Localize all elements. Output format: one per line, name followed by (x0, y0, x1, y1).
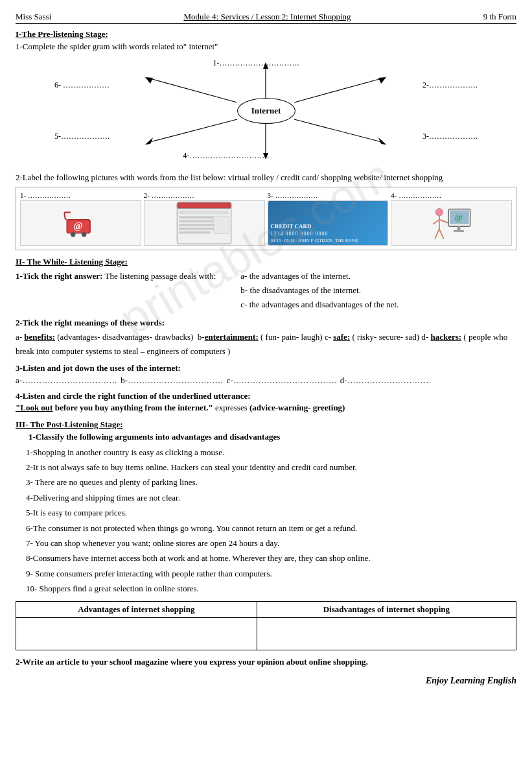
card-brand: CREDIT CARD (271, 223, 386, 230)
picture-box-2: 2- ……………… (144, 191, 265, 246)
q1-instruction: 1-Complete the spider gram with words re… (16, 41, 516, 52)
picture-box-1: 1- ……………… @ (20, 191, 141, 246)
tick-options: a- the advantages of the internet. b- th… (240, 269, 399, 312)
enjoy-footer: Enjoy Learning English (16, 676, 516, 686)
section1: I-The Pre-listening Stage: 1-Complete th… (16, 29, 516, 250)
table-header-advantages: Advantages of internet shopping (16, 602, 257, 618)
teacher-name: Miss Sassi (16, 12, 51, 22)
svg-rect-29 (453, 230, 463, 232)
q3-c: c-………………………………. (226, 375, 336, 386)
arg-2: 2-It is not always safe to buy items onl… (26, 460, 516, 475)
svg-line-4 (294, 119, 382, 142)
svg-point-31 (435, 209, 443, 216)
q4-text: "Look out before you buy anything from t… (16, 403, 516, 413)
arg-1: 1-Shopping in another country is easy as… (26, 445, 516, 460)
form-label: 9 th Form (483, 12, 516, 22)
q1-intro: 1-Tick the right answer: The listening p… (16, 271, 216, 281)
card-footer: 03/15 · 05/18 · JOHN F CITIZEN · THE BAN… (271, 238, 386, 243)
arg-7: 7- You can shop whenever you want; onlin… (26, 536, 516, 551)
svg-marker-5 (378, 137, 386, 145)
pictures-row: 1- ……………… @ (16, 187, 516, 250)
pic-img-2 (144, 200, 265, 246)
arg-10: 10- Shoppers find a great selection in o… (26, 581, 516, 596)
spider-gram: Internet 1-…………………………. 2-………………. 3-……………… (16, 56, 516, 166)
classify-title: 1-Classify the following arguments into … (29, 432, 516, 442)
svg-rect-20 (179, 216, 213, 219)
option-b: b- the disadvantages of the internet. (240, 283, 399, 298)
write-article: 2-Write an article to your school magazi… (16, 656, 516, 669)
section3-title: III- The Post-Listening Stage: (16, 420, 516, 430)
svg-marker-3 (378, 77, 386, 84)
option-c: c- the advantages and disadvantages of t… (240, 298, 399, 312)
section2-title: II- The While- Listening Stage: (16, 257, 516, 267)
svg-rect-24 (179, 231, 211, 234)
q2-write-text: 2-Write an article to your school magazi… (16, 657, 368, 667)
svg-line-10 (150, 78, 237, 102)
q4-title: 4-Listen and circle the right function o… (16, 391, 516, 401)
pictures-section: 1- ……………… @ (16, 187, 516, 250)
pic-img-1: @ (20, 200, 141, 246)
svg-rect-19 (179, 211, 229, 215)
q4-section: 4-Listen and circle the right function o… (16, 391, 516, 413)
q3-b: b-……………………………. (121, 375, 222, 386)
arg-6: 6-The consumer is not protected when thi… (26, 521, 516, 536)
q2-instruction: 2-Label the following pictures with word… (16, 172, 516, 183)
arg-4: 4-Delivering and shipping times are not … (26, 490, 516, 505)
option-a: a- the advantages of the internet. (240, 269, 399, 283)
q3-d: d-………………………… (340, 375, 432, 386)
svg-rect-18 (177, 202, 231, 209)
svg-marker-1 (263, 62, 268, 69)
enjoy-text: Enjoy Learning English (426, 676, 516, 685)
svg-text:@: @ (454, 212, 462, 222)
arguments-list: 1-Shopping in another country is easy as… (26, 445, 516, 597)
svg-rect-25 (214, 216, 229, 233)
table-header-disadvantages: Disadvantages of internet shopping (257, 602, 516, 618)
svg-rect-28 (457, 226, 460, 231)
internet-oval: Internet (237, 98, 295, 124)
card-number: 1234 0000 0000 0000 (271, 231, 386, 237)
advantages-table: Advantages of internet shopping Disadvan… (16, 601, 516, 650)
q3-section: 3-Listen and jot down the uses of the in… (16, 363, 516, 386)
svg-marker-9 (145, 137, 153, 145)
arg-8: 8-Consumers have internet access both at… (26, 551, 516, 565)
q1-row: 1-Tick the right answer: The listening p… (16, 269, 516, 312)
arg-3: 3- There are no queues and plenty of par… (26, 475, 516, 490)
svg-line-35 (435, 229, 439, 239)
svg-line-36 (439, 229, 444, 239)
svg-point-16 (82, 232, 87, 237)
q2-text: a- benefits: (advantages- disadvantages-… (16, 332, 507, 356)
svg-marker-11 (145, 77, 153, 84)
internet-label: Internet (251, 106, 281, 116)
picture-box-3: 3- ……………… CREDIT CARD 1234 0000 0000 000… (268, 191, 389, 246)
svg-line-8 (150, 119, 237, 142)
q3-a: a-……………………………. (16, 375, 117, 386)
pic-label-3: 3- ……………… (268, 191, 318, 199)
svg-line-2 (294, 78, 382, 102)
svg-line-33 (433, 220, 439, 224)
arg-5: 5-It is easy to compare prices. (26, 505, 516, 520)
pic-label-2: 2- ……………… (144, 191, 194, 199)
svg-text:@: @ (74, 220, 83, 231)
picture-box-4: 4- ……………… @ (391, 191, 512, 246)
section3: III- The Post-Listening Stage: 1-Classif… (16, 420, 516, 670)
pic-img-4: @ (391, 200, 512, 246)
q3-title: 3-Listen and jot down the uses of the in… (16, 363, 516, 373)
module-title: Module 4: Services / Lesson 2: Internet … (183, 12, 351, 22)
q2-words: 2-Tick the right meanings of these words… (16, 316, 516, 359)
table-cell-advantages (16, 618, 257, 650)
table-cell-disadvantages (257, 618, 516, 650)
svg-point-15 (71, 232, 76, 237)
pic-img-3: CREDIT CARD 1234 0000 0000 0000 03/15 · … (268, 200, 389, 246)
section2: II- The While- Listening Stage: 1-Tick t… (16, 257, 516, 413)
credit-card-visual: CREDIT CARD 1234 0000 0000 0000 03/15 · … (268, 200, 388, 246)
svg-marker-7 (263, 153, 268, 160)
svg-rect-22 (179, 224, 216, 226)
q2-title: 2-Tick the right meanings of these words… (16, 318, 165, 327)
header-row: Miss Sassi Module 4: Services / Lesson 2… (16, 12, 516, 24)
svg-line-34 (439, 220, 448, 223)
section1-title: I-The Pre-listening Stage: (16, 29, 516, 40)
pic-label-4: 4- ……………… (391, 191, 441, 199)
arg-9: 9- Some consumers prefer interacting wit… (26, 566, 516, 581)
q3-blanks-row: a-……………………………. b-……………………………. c-……………………… (16, 375, 516, 386)
pic-label-1: 1- ……………… (20, 191, 71, 199)
